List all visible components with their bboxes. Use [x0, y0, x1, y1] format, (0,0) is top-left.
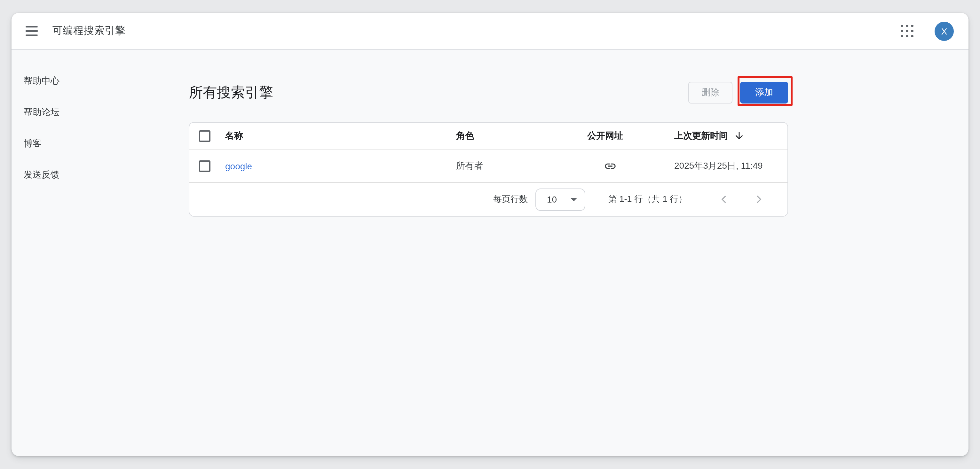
- header-checkbox-cell: [189, 130, 225, 141]
- next-page-button[interactable]: [751, 192, 766, 207]
- page-title: 所有搜索引擎: [189, 83, 273, 102]
- sidebar-item-help-forum[interactable]: 帮助论坛: [24, 107, 59, 116]
- hamburger-menu-icon[interactable]: [25, 26, 38, 36]
- search-engines-table: 名称 角色 公开网址 上次更新时间: [189, 122, 788, 217]
- row-checkbox[interactable]: [199, 160, 210, 171]
- app-title: 可编程搜索引擎: [52, 24, 126, 38]
- table-row: google 所有者 2025年3月25日, 11:49: [189, 149, 788, 183]
- main-panel: 所有搜索引擎 删除 添加 名称: [189, 50, 788, 456]
- table-header-row: 名称 角色 公开网址 上次更新时间: [189, 123, 788, 149]
- engine-last-updated: 2025年3月25日, 11:49: [674, 160, 788, 171]
- page: 可编程搜索引擎 X 帮助中心 帮助论坛 博客 发送反馈 所有搜索引擎 删: [0, 0, 980, 469]
- apps-grid-icon[interactable]: [899, 23, 915, 39]
- engine-role: 所有者: [456, 160, 587, 171]
- header-row: 所有搜索引擎 删除 添加: [189, 77, 788, 108]
- rows-per-page-value: 10: [547, 194, 557, 204]
- rows-per-page-label: 每页行数: [493, 193, 528, 205]
- column-header-name[interactable]: 名称: [225, 130, 456, 141]
- select-all-checkbox[interactable]: [199, 130, 210, 141]
- top-bar: 可编程搜索引擎 X: [11, 13, 969, 50]
- content-area: 帮助中心 帮助论坛 博客 发送反馈 所有搜索引擎 删除 添加: [11, 50, 969, 456]
- add-button[interactable]: 添加: [740, 82, 788, 103]
- column-header-last-updated[interactable]: 上次更新时间: [674, 130, 788, 141]
- sidebar: 帮助中心 帮助论坛 博客 发送反馈: [11, 50, 189, 456]
- previous-page-button[interactable]: [716, 192, 732, 207]
- action-buttons: 删除 添加: [688, 82, 788, 103]
- sidebar-item-help-center[interactable]: 帮助中心: [24, 76, 59, 85]
- sort-descending-arrow-icon[interactable]: [734, 130, 745, 141]
- pagination-range-text: 第 1-1 行（共 1 行）: [608, 193, 687, 205]
- column-header-role[interactable]: 角色: [456, 130, 587, 141]
- app-window: 可编程搜索引擎 X 帮助中心 帮助论坛 博客 发送反馈 所有搜索引擎 删: [11, 13, 969, 456]
- rows-per-page-select[interactable]: 10: [535, 188, 585, 211]
- table-pagination: 每页行数 10 第 1-1 行（共 1 行）: [189, 183, 788, 216]
- delete-button[interactable]: 删除: [688, 82, 732, 103]
- engine-name-link[interactable]: google: [225, 161, 252, 171]
- avatar[interactable]: X: [935, 21, 954, 41]
- sidebar-item-send-feedback[interactable]: 发送反馈: [24, 170, 59, 179]
- public-url-link-icon[interactable]: [604, 159, 617, 172]
- sidebar-item-blog[interactable]: 博客: [24, 139, 41, 147]
- add-button-wrapper: 添加: [740, 82, 788, 103]
- column-header-public-url[interactable]: 公开网址: [587, 130, 674, 141]
- row-checkbox-cell: [189, 160, 225, 171]
- dropdown-caret-icon: [571, 198, 577, 201]
